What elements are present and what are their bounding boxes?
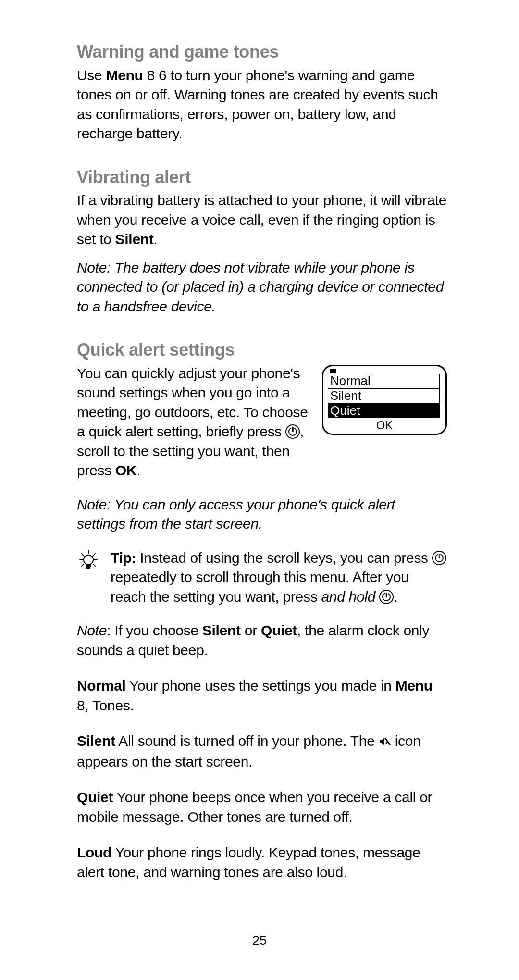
text [375, 589, 379, 605]
para-warning: Use Menu 8 6 to turn your phone's warnin… [77, 66, 447, 144]
def-label-loud: Loud [77, 844, 111, 860]
section-quick-alert: Quick alert settings Normal Silent Quiet… [77, 338, 447, 898]
text: or [241, 622, 261, 638]
text: All sound is turned off in your phone. T… [115, 733, 379, 749]
menu-item-silent: Silent [328, 389, 439, 404]
note-silent-quiet: Note: If you choose Silent or Quiet, the… [77, 621, 447, 660]
status-bar-icon [330, 369, 336, 373]
text: Your phone uses the settings you made in [126, 678, 395, 694]
silent-mode-icon [379, 732, 391, 752]
text: : If you choose [107, 622, 202, 638]
text: . [154, 231, 158, 247]
page-number: 25 [0, 932, 519, 949]
silent-bold: Silent [202, 622, 241, 638]
manual-page: Warning and game tones Use Menu 8 6 to t… [0, 0, 519, 980]
tip-block: Tip: Instead of using the scroll keys, y… [77, 548, 447, 607]
svg-rect-2 [86, 567, 90, 569]
text: Instead of using the scroll keys, you ca… [136, 550, 432, 566]
menu-item-quiet-selected: Quiet [328, 404, 439, 418]
svg-rect-1 [86, 564, 91, 567]
menu-bold: Menu [106, 67, 143, 83]
phone-screen: Normal Silent Quiet OK [322, 365, 447, 435]
power-button-icon [379, 590, 394, 604]
note-quick-access: Note: You can only access your phone's q… [77, 495, 447, 534]
section-vibrating-alert: Vibrating alert If a vibrating battery i… [77, 166, 447, 317]
text: 8, Tones. [77, 697, 134, 713]
phone-screen-illustration: Normal Silent Quiet OK [322, 365, 447, 435]
text: Use [77, 67, 106, 83]
ok-bold: OK [115, 462, 136, 478]
def-label-normal: Normal [77, 678, 126, 694]
heading-quick: Quick alert settings [77, 338, 447, 362]
power-button-icon [285, 424, 300, 439]
and-hold: and hold [321, 589, 375, 605]
para-vibrating: If a vibrating battery is attached to yo… [77, 191, 447, 249]
tip-label: Tip: [111, 550, 136, 566]
note-label: Note [77, 622, 107, 638]
section-warning-game-tones: Warning and game tones Use Menu 8 6 to t… [77, 40, 447, 144]
text: You can quickly adjust your phone's soun… [77, 365, 308, 440]
def-normal: Normal Your phone uses the settings you … [77, 676, 447, 715]
power-button-icon [432, 551, 446, 565]
svg-line-9 [93, 564, 95, 566]
svg-line-11 [385, 738, 390, 745]
def-quiet: Quiet Your phone beeps once when you rec… [77, 788, 447, 827]
svg-marker-10 [380, 738, 384, 745]
quiet-bold: Quiet [261, 622, 297, 638]
text: Your phone rings loudly. Keypad tones, m… [77, 844, 420, 880]
menu-bold: Menu [395, 678, 432, 694]
softkey-ok: OK [328, 418, 441, 433]
def-label-silent: Silent [77, 733, 115, 749]
svg-line-6 [82, 554, 84, 556]
svg-point-0 [84, 555, 93, 565]
svg-line-7 [93, 554, 95, 556]
svg-line-8 [82, 564, 84, 566]
heading-vibrating: Vibrating alert [77, 166, 447, 189]
text: Your phone beeps once when you receive a… [77, 789, 432, 825]
def-label-quiet: Quiet [77, 789, 113, 805]
text: . [394, 589, 397, 605]
text: . [136, 462, 140, 478]
tip-text: Tip: Instead of using the scroll keys, y… [111, 548, 447, 607]
lightbulb-icon [77, 548, 101, 607]
menu-item-normal: Normal [328, 374, 439, 389]
heading-warning: Warning and game tones [77, 40, 447, 64]
def-silent: Silent All sound is turned off in your p… [77, 732, 447, 771]
note-vibrating: Note: The battery does not vibrate while… [77, 258, 447, 317]
def-loud: Loud Your phone rings loudly. Keypad ton… [77, 843, 447, 882]
silent-bold: Silent [115, 231, 154, 247]
